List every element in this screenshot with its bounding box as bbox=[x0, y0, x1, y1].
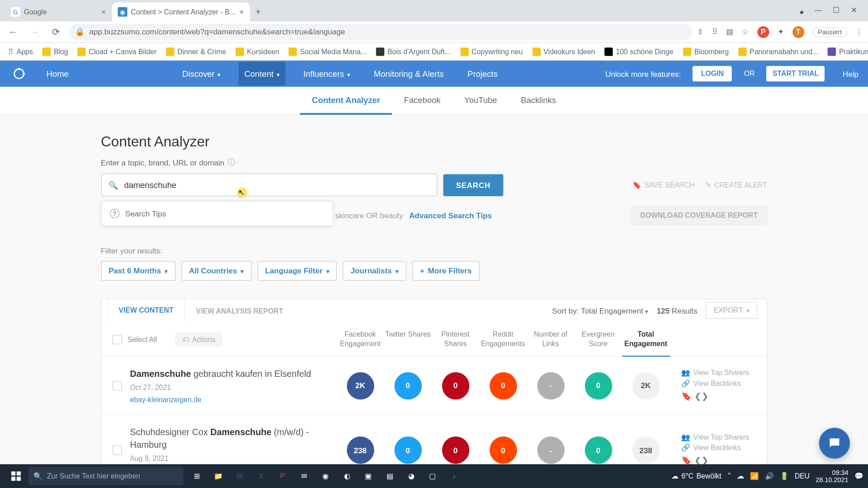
profile-avatar[interactable]: T bbox=[792, 26, 804, 38]
close-window-button[interactable]: ✕ bbox=[851, 5, 857, 19]
app-icon[interactable]: ▤ bbox=[380, 464, 400, 488]
bookmark-item[interactable]: Praktikum Projektm... bbox=[824, 46, 868, 57]
actions-dropdown[interactable]: 🏷Actions bbox=[175, 333, 223, 347]
back-button[interactable]: ← bbox=[5, 23, 22, 40]
puzzle-icon[interactable]: ✦ bbox=[778, 28, 784, 37]
nav-discover[interactable]: Discover bbox=[176, 62, 226, 86]
dot-icon[interactable]: • bbox=[800, 5, 804, 19]
reload-button[interactable]: ⟳ bbox=[47, 23, 64, 40]
menu-icon[interactable]: ⋮ bbox=[855, 28, 863, 37]
share-icon[interactable]: ⇪ bbox=[697, 28, 703, 37]
share-icon[interactable]: ❮❯ bbox=[694, 391, 709, 401]
buzzsumo-logo[interactable] bbox=[9, 64, 28, 83]
result-title[interactable]: Damenschuhe gebraucht kaufen in Elsenfel… bbox=[130, 368, 326, 380]
select-all-checkbox[interactable] bbox=[112, 335, 122, 344]
view-sharers-link[interactable]: 👥View Top Sharers bbox=[681, 433, 756, 441]
app-icon[interactable]: ▢ bbox=[422, 464, 443, 488]
row-checkbox[interactable] bbox=[112, 381, 122, 390]
nav-projects[interactable]: Projects bbox=[462, 62, 504, 86]
start-button[interactable] bbox=[5, 464, 28, 488]
filter-language[interactable]: Language Filter bbox=[257, 261, 337, 281]
export-button[interactable]: EXPORT bbox=[706, 302, 757, 319]
bookmark-item[interactable]: Social Media Mana... bbox=[285, 46, 370, 57]
subtab-backlinks[interactable]: Backlinks bbox=[509, 87, 568, 115]
tab-view-content[interactable]: VIEW CONTENT bbox=[108, 299, 185, 323]
maximize-button[interactable]: ☐ bbox=[833, 5, 840, 19]
new-tab-button[interactable]: + bbox=[250, 4, 267, 20]
battery-icon[interactable]: 🔋 bbox=[780, 472, 789, 480]
bookmark-item[interactable]: Cload + Canva Bilder bbox=[74, 46, 160, 57]
browser-tab-buzzsumo[interactable]: ◉ Content > Content Analyzer - B... × bbox=[112, 2, 250, 21]
word-icon[interactable]: W bbox=[230, 464, 250, 488]
bookmark-item[interactable]: Copywriting neu bbox=[457, 46, 526, 57]
filter-countries[interactable]: All Countries bbox=[181, 261, 251, 281]
forward-button[interactable]: → bbox=[26, 23, 43, 40]
view-backlinks-link[interactable]: 🔗View Backlinks bbox=[681, 444, 756, 452]
filter-journalists[interactable]: Journalists bbox=[343, 261, 406, 281]
chrome-icon[interactable]: ◉ bbox=[315, 464, 335, 488]
excel-icon[interactable]: X bbox=[251, 464, 271, 488]
wifi-icon[interactable]: 📶 bbox=[750, 472, 759, 480]
clock[interactable]: 09:34 28.10.2021 bbox=[816, 469, 848, 483]
browser-tab-google[interactable]: G Google × bbox=[5, 2, 112, 21]
col-links[interactable]: Number of Links bbox=[527, 330, 574, 349]
nav-monitoring[interactable]: Monitoring & Alerts bbox=[368, 62, 450, 86]
nav-influencers[interactable]: Influencers bbox=[297, 62, 356, 86]
star-icon[interactable]: ☆ bbox=[742, 28, 749, 37]
search-box[interactable]: 🔍 bbox=[101, 174, 437, 196]
nav-home[interactable]: Home bbox=[40, 62, 74, 86]
extension-icon-p[interactable]: P bbox=[757, 26, 769, 38]
col-evergreen[interactable]: Evergreen Score bbox=[575, 330, 622, 349]
nav-content[interactable]: Content bbox=[238, 62, 285, 86]
weather-widget[interactable]: ☁ 6°C Bewölkt bbox=[671, 472, 722, 480]
close-icon[interactable]: × bbox=[239, 7, 244, 17]
task-view-icon[interactable]: ⊞ bbox=[187, 464, 207, 488]
search-button[interactable]: SEARCH bbox=[443, 174, 504, 196]
save-search-button[interactable]: 🔖 SAVE SEARCH bbox=[632, 181, 694, 189]
col-twitter[interactable]: Twitter Shares bbox=[384, 330, 431, 349]
bookmark-icon[interactable]: 🔖 bbox=[681, 455, 691, 465]
filter-timeframe[interactable]: Past 6 Months bbox=[101, 261, 175, 281]
apps-button[interactable]: ⠿Apps bbox=[5, 46, 37, 57]
share-icon[interactable]: ❮❯ bbox=[694, 455, 709, 465]
subtab-content-analyzer[interactable]: Content Analyzer bbox=[300, 87, 392, 115]
col-reddit[interactable]: Reddit Engagements bbox=[479, 330, 527, 349]
profile-status[interactable]: Pausiert bbox=[812, 27, 847, 37]
close-icon[interactable]: × bbox=[101, 7, 106, 17]
onedrive-icon[interactable]: ☁ bbox=[737, 472, 744, 480]
bookmark-item[interactable]: 100 schöne Dinge bbox=[601, 46, 677, 57]
edge-icon[interactable]: ◕ bbox=[401, 464, 421, 488]
result-title[interactable]: Schuhdesigner Cox Damenschuhe (m/w/d) - … bbox=[130, 426, 326, 451]
bookmark-item[interactable]: Kursideen bbox=[232, 46, 283, 57]
download-coverage-button[interactable]: DOWNLOAD COVERAGE REPORT bbox=[631, 205, 767, 225]
taskbar-search[interactable]: 🔍 Zur Suche Text hier eingeben bbox=[28, 467, 183, 485]
start-trial-button[interactable]: START TRIAL bbox=[767, 66, 825, 81]
address-bar[interactable]: 🔒 app.buzzsumo.com/content/web?q=damensc… bbox=[69, 23, 693, 40]
result-source[interactable]: ebay-kleinanzeigen.de bbox=[130, 395, 326, 404]
search-tips-dropdown[interactable]: ? Search Tips bbox=[101, 201, 333, 226]
col-pinterest[interactable]: Pinterest Shares bbox=[432, 330, 479, 349]
login-button[interactable]: LOGIN bbox=[693, 66, 732, 81]
chat-fab[interactable] bbox=[819, 428, 850, 459]
explorer-icon[interactable]: 📁 bbox=[208, 464, 229, 488]
more-filters-button[interactable]: +More Filters bbox=[412, 261, 480, 281]
info-icon[interactable]: ⓘ bbox=[227, 157, 235, 168]
advanced-tips-link[interactable]: Advanced Search Tips bbox=[409, 211, 492, 220]
volume-icon[interactable]: 🔊 bbox=[765, 472, 774, 480]
col-total[interactable]: Total Engagement bbox=[622, 330, 670, 357]
bookmark-item[interactable]: Panoramabahn und... bbox=[735, 46, 822, 57]
app-icon[interactable]: ◐ bbox=[337, 464, 357, 488]
row-checkbox[interactable] bbox=[112, 446, 122, 455]
search-input[interactable] bbox=[124, 180, 429, 190]
spotify-icon[interactable]: ♪ bbox=[444, 464, 464, 488]
minimize-button[interactable]: — bbox=[815, 5, 822, 19]
subtab-youtube[interactable]: YouTube bbox=[453, 87, 509, 115]
bookmark-item[interactable]: Bloomberg bbox=[679, 46, 732, 57]
powerpoint-icon[interactable]: P bbox=[273, 464, 293, 488]
sort-by-dropdown[interactable]: Sort by: Total Engagement bbox=[552, 306, 648, 315]
bookmark-item[interactable]: Bois d'Argent Duft... bbox=[373, 46, 454, 57]
tab-view-analysis[interactable]: VIEW ANALYSIS REPORT bbox=[185, 299, 295, 322]
mail-icon[interactable]: ✉ bbox=[294, 464, 314, 488]
language-indicator[interactable]: DEU bbox=[795, 472, 810, 480]
reader-icon[interactable]: ▤ bbox=[726, 28, 733, 37]
